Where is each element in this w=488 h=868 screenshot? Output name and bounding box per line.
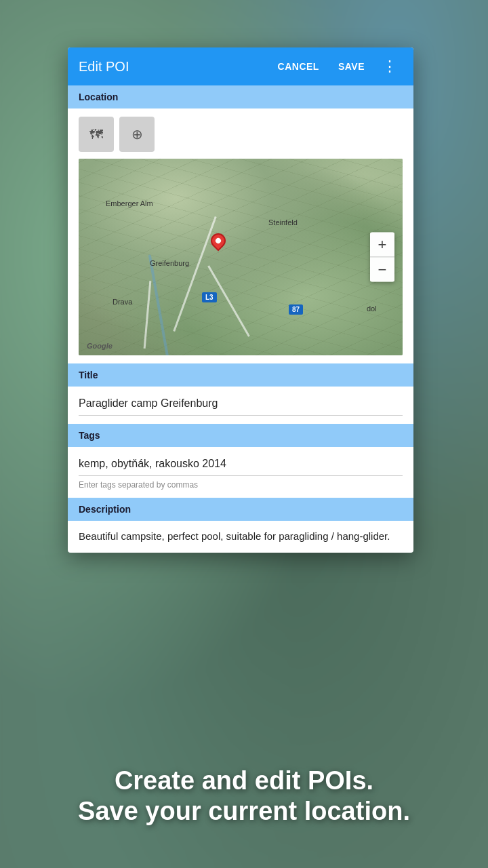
location-icon: ⊕	[131, 126, 143, 142]
title-section	[68, 387, 413, 424]
tags-hint: Enter tags separated by commas	[79, 480, 403, 490]
zoom-in-button[interactable]: +	[370, 233, 394, 257]
map-topo-lines	[79, 159, 403, 355]
description-section-header: Description	[68, 498, 413, 521]
promo-line-1: Create and edit POIs.	[20, 766, 468, 797]
map-zoom-controls: + −	[370, 233, 394, 282]
location-section-header: Location	[68, 85, 413, 108]
title-input[interactable]	[79, 395, 403, 416]
map-icon: 🗺	[89, 127, 103, 142]
map-label-emberger: Emberger Alm	[106, 199, 153, 208]
location-button[interactable]: ⊕	[119, 117, 155, 152]
map-view-button[interactable]: 🗺	[79, 117, 114, 152]
pin-dot	[214, 237, 222, 244]
map-badge-87: 87	[289, 304, 303, 315]
map-label-greifenburg: Greifenburg	[150, 259, 189, 267]
map-buttons: 🗺 ⊕	[79, 117, 403, 152]
map-pin	[211, 233, 226, 248]
description-text: Beautiful campsite, perfect pool, suitab…	[68, 521, 413, 553]
location-label: Location	[79, 92, 118, 102]
promo-text: Create and edit POIs. Save your current …	[0, 766, 488, 827]
map-label-steinfeld: Steinfeld	[268, 218, 298, 226]
toolbar-title: Edit POI	[79, 59, 271, 75]
tags-label: Tags	[79, 430, 100, 441]
tags-input[interactable]	[79, 455, 403, 476]
edit-poi-dialog: Edit POI CANCEL SAVE ⋮ Location 🗺 ⊕	[68, 47, 413, 553]
toolbar: Edit POI CANCEL SAVE ⋮	[68, 47, 413, 85]
pin-head	[207, 230, 228, 251]
map-label-drava: Drava	[113, 298, 132, 306]
save-button[interactable]: SAVE	[331, 56, 371, 77]
description-label: Description	[79, 504, 131, 515]
map-badge-l3: L3	[202, 292, 217, 302]
promo-line-2: Save your current location.	[20, 796, 468, 827]
title-label: Title	[79, 370, 98, 380]
title-section-header: Title	[68, 363, 413, 387]
google-watermark: Google	[87, 342, 113, 350]
toolbar-actions: CANCEL SAVE ⋮	[271, 56, 403, 77]
zoom-out-button[interactable]: −	[370, 258, 394, 282]
cancel-button[interactable]: CANCEL	[271, 56, 326, 77]
map-label-dol: dol	[367, 304, 377, 313]
tags-section-header: Tags	[68, 424, 413, 447]
location-section: 🗺 ⊕ Emberger Alm Greifenburg Steinfeld D	[68, 108, 413, 363]
map-background: Emberger Alm Greifenburg Steinfeld Drava…	[79, 159, 403, 355]
tags-section: Enter tags separated by commas	[68, 447, 413, 498]
more-options-button[interactable]: ⋮	[377, 56, 403, 77]
map-view[interactable]: Emberger Alm Greifenburg Steinfeld Drava…	[79, 159, 403, 355]
